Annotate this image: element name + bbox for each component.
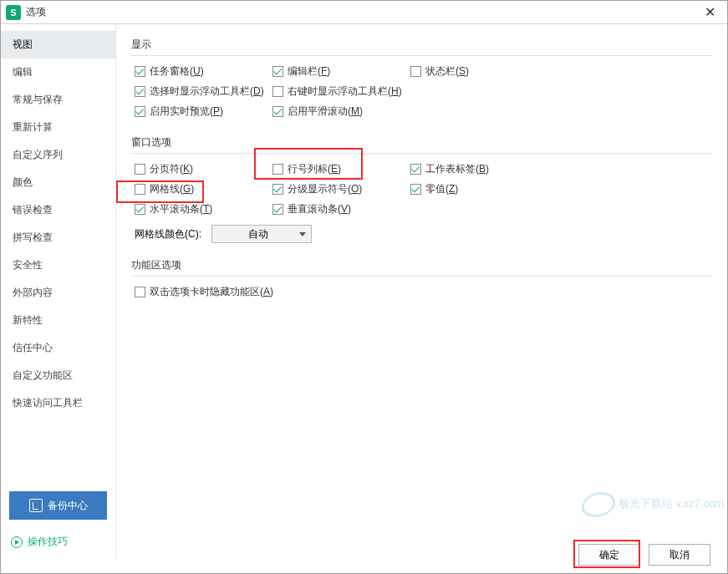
backup-center-button[interactable]: 备份中心 bbox=[9, 491, 107, 520]
checkbox-gridlines[interactable]: 网格线(G) bbox=[135, 182, 194, 196]
checkbox-icon bbox=[272, 184, 283, 195]
dropdown-value: 自动 bbox=[217, 227, 299, 241]
ok-button[interactable]: 确定 bbox=[578, 544, 640, 566]
window-title: 选项 bbox=[26, 5, 46, 19]
checkbox-task-pane[interactable]: 任务窗格(U) bbox=[135, 64, 204, 79]
checkbox-icon bbox=[410, 184, 421, 195]
checkbox-row-col-headers[interactable]: 行号列标(E) bbox=[272, 162, 341, 176]
sidebar-label: 错误检查 bbox=[13, 204, 53, 216]
checkbox-icon bbox=[272, 204, 283, 215]
checkbox-hscroll[interactable]: 水平滚动条(T) bbox=[135, 202, 212, 216]
checkbox-icon bbox=[272, 86, 283, 97]
sidebar-label: 重新计算 bbox=[13, 121, 53, 133]
sidebar-item-qat[interactable]: 快速访问工具栏 bbox=[1, 389, 115, 417]
checkbox-icon bbox=[135, 184, 145, 195]
checkbox-page-break[interactable]: 分页符(K) bbox=[135, 162, 193, 176]
checkbox-dblclick-hide-ribbon[interactable]: 双击选项卡时隐藏功能区(A) bbox=[135, 285, 273, 299]
sidebar-item-security[interactable]: 安全性 bbox=[1, 251, 115, 279]
checkbox-float-select[interactable]: 选择时显示浮动工具栏(D) bbox=[135, 84, 264, 99]
checkbox-edit-bar[interactable]: 编辑栏(F) bbox=[272, 64, 330, 79]
checkbox-icon bbox=[135, 164, 145, 175]
close-button[interactable]: ✕ bbox=[700, 4, 720, 20]
sidebar-label: 快速访问工具栏 bbox=[13, 397, 83, 409]
sidebar-item-view[interactable]: 视图 bbox=[1, 31, 115, 58]
checkbox-outline[interactable]: 分级显示符号(O) bbox=[272, 182, 362, 196]
checkbox-float-right[interactable]: 右键时显示浮动工具栏(H) bbox=[272, 84, 402, 99]
gridcolor-label: 网格线颜色(C): bbox=[135, 227, 201, 241]
sidebar-item-color[interactable]: 颜色 bbox=[1, 169, 115, 196]
divider bbox=[131, 276, 712, 277]
main-container: 视图 编辑 常规与保存 重新计算 自定义序列 颜色 错误检查 拼写检查 安全性 … bbox=[1, 24, 727, 559]
checkbox-icon bbox=[135, 86, 145, 97]
section-window: 窗口选项 bbox=[131, 135, 712, 150]
checkbox-icon bbox=[135, 287, 145, 297]
sidebar-label: 视图 bbox=[13, 38, 33, 50]
section-ribbon: 功能区选项 bbox=[131, 258, 712, 272]
sidebar: 视图 编辑 常规与保存 重新计算 自定义序列 颜色 错误检查 拼写检查 安全性 … bbox=[1, 24, 116, 559]
section-display: 显示 bbox=[131, 38, 712, 52]
sidebar-label: 外部内容 bbox=[13, 287, 53, 298]
checkbox-icon bbox=[272, 164, 283, 175]
checkbox-icon bbox=[135, 66, 145, 77]
checkbox-realtime-preview[interactable]: 启用实时预览(P) bbox=[135, 104, 223, 119]
sidebar-item-general[interactable]: 常规与保存 bbox=[1, 86, 115, 114]
sidebar-item-trust[interactable]: 信任中心 bbox=[1, 334, 115, 362]
sidebar-label: 自定义功能区 bbox=[13, 369, 73, 381]
sidebar-item-customribbon[interactable]: 自定义功能区 bbox=[1, 362, 115, 389]
sidebar-label: 颜色 bbox=[13, 176, 33, 188]
watermark: 极光下载站 v.xz7.com bbox=[582, 492, 724, 517]
sidebar-item-external[interactable]: 外部内容 bbox=[1, 279, 115, 307]
checkbox-icon bbox=[135, 106, 145, 117]
cancel-button[interactable]: 取消 bbox=[649, 544, 710, 566]
checkbox-sheet-tabs[interactable]: 工作表标签(B) bbox=[410, 162, 489, 176]
checkbox-icon bbox=[410, 66, 421, 77]
sidebar-label: 自定义序列 bbox=[13, 149, 63, 160]
sidebar-item-newfeat[interactable]: 新特性 bbox=[1, 307, 115, 334]
chevron-down-icon bbox=[299, 232, 306, 236]
sidebar-item-customlist[interactable]: 自定义序列 bbox=[1, 141, 115, 169]
app-logo-icon: S bbox=[6, 5, 21, 20]
checkbox-icon bbox=[272, 106, 283, 117]
sidebar-label: 安全性 bbox=[13, 259, 43, 271]
gridcolor-dropdown[interactable]: 自动 bbox=[211, 225, 312, 243]
backup-icon bbox=[29, 499, 43, 512]
checkbox-zero[interactable]: 零值(Z) bbox=[410, 182, 458, 196]
divider bbox=[131, 55, 712, 56]
sidebar-label: 编辑 bbox=[13, 66, 33, 78]
title-bar: S 选项 ✕ bbox=[1, 1, 727, 24]
sidebar-item-errorcheck[interactable]: 错误检查 bbox=[1, 196, 115, 224]
sidebar-label: 新特性 bbox=[13, 314, 43, 326]
sidebar-item-edit[interactable]: 编辑 bbox=[1, 58, 115, 86]
checkbox-smooth-scroll[interactable]: 启用平滑滚动(M) bbox=[272, 104, 363, 119]
sidebar-label: 常规与保存 bbox=[13, 94, 63, 105]
checkbox-vscroll[interactable]: 垂直滚动条(V) bbox=[272, 202, 351, 216]
sidebar-label: 信任中心 bbox=[13, 342, 53, 353]
checkbox-icon bbox=[135, 204, 145, 215]
sidebar-label: 拼写检查 bbox=[13, 231, 53, 243]
checkbox-icon bbox=[272, 66, 283, 77]
sidebar-item-recalc[interactable]: 重新计算 bbox=[1, 114, 115, 141]
sidebar-item-spellcheck[interactable]: 拼写检查 bbox=[1, 224, 115, 251]
checkbox-icon bbox=[410, 164, 421, 175]
backup-label: 备份中心 bbox=[48, 499, 88, 513]
divider bbox=[131, 153, 712, 154]
content-panel: 显示 任务窗格(U) 编辑栏(F) 状态栏(S) 选择时显示浮动工具栏(D) 右… bbox=[116, 24, 727, 559]
footer: 确定 取消 bbox=[1, 538, 727, 571]
checkbox-status-bar[interactable]: 状态栏(S) bbox=[410, 64, 469, 79]
